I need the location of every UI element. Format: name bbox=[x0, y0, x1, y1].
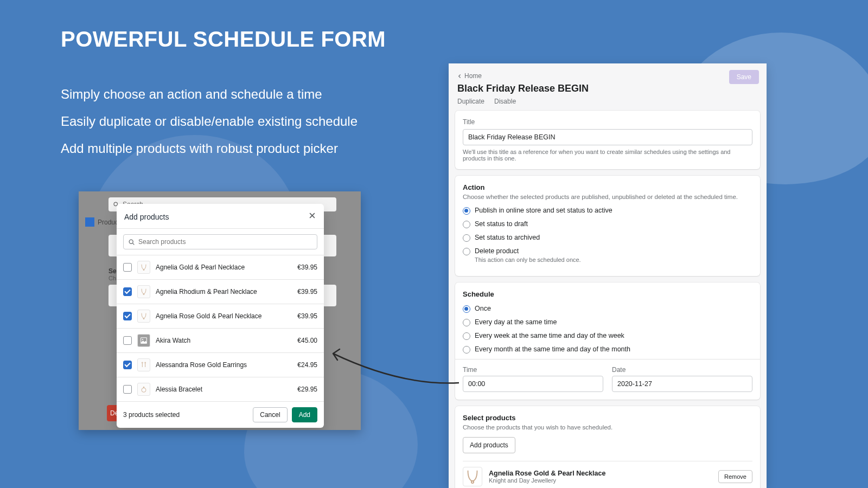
action-radio-publish[interactable] bbox=[463, 207, 470, 215]
schedule-radio-weekly[interactable] bbox=[463, 332, 470, 340]
picker-backdrop: Search Product Se Ch De Add products Agn… bbox=[79, 191, 361, 430]
date-input[interactable] bbox=[612, 376, 752, 392]
product-price: €39.95 bbox=[297, 312, 317, 320]
svg-point-7 bbox=[143, 294, 144, 295]
title-helper: We'll use this title as a reference for … bbox=[463, 149, 752, 162]
schedule-form-panel: Save Home Black Friday Release BEGIN Dup… bbox=[449, 63, 767, 488]
product-name: Akira Watch bbox=[156, 337, 292, 344]
schedule-card: Schedule Once Every day at the same time… bbox=[455, 282, 760, 400]
product-thumb bbox=[137, 285, 150, 298]
product-thumb bbox=[137, 383, 150, 396]
time-input[interactable] bbox=[463, 376, 603, 392]
product-row[interactable]: Akira Watch €45.00 bbox=[117, 329, 324, 353]
product-row[interactable]: Alessandra Rose Gold Earrings €24.95 bbox=[117, 353, 324, 377]
search-icon bbox=[128, 239, 135, 246]
product-row[interactable]: Agnelia Gold & Pearl Necklace €39.95 bbox=[117, 255, 324, 280]
schedule-radio-once[interactable] bbox=[463, 305, 470, 313]
product-picker-modal: Add products Agnelia Gold & Pearl Neckla… bbox=[117, 204, 324, 428]
action-radio-delete[interactable] bbox=[463, 248, 470, 255]
hero-point-1: Simply choose an action and schedule a t… bbox=[61, 87, 358, 102]
hero-point-3: Add multiple products with robust produc… bbox=[61, 141, 358, 156]
svg-point-17 bbox=[471, 481, 474, 483]
product-name: Alessia Bracelet bbox=[156, 386, 292, 393]
select-products-title: Select products bbox=[463, 414, 752, 422]
selected-count: 3 products selected bbox=[123, 411, 248, 419]
modal-title: Add products bbox=[124, 213, 169, 221]
product-checkbox[interactable] bbox=[123, 287, 132, 296]
product-checkbox[interactable] bbox=[123, 361, 132, 369]
product-row[interactable]: Agnelia Rhodium & Pearl Necklace €39.95 bbox=[117, 280, 324, 304]
remove-button[interactable]: Remove bbox=[718, 470, 752, 483]
date-label: Date bbox=[612, 366, 752, 374]
hero-point-2: Easily duplicate or disable/enable exist… bbox=[61, 114, 358, 129]
product-price: €24.95 bbox=[297, 361, 317, 369]
hero-title: POWERFUL SCHEDULE FORM bbox=[61, 27, 386, 52]
select-products-subtitle: Choose the products that you wish to hav… bbox=[463, 424, 752, 431]
app-logo bbox=[85, 217, 94, 227]
product-thumb bbox=[137, 334, 150, 347]
svg-line-5 bbox=[132, 243, 134, 245]
disable-link[interactable]: Disable bbox=[494, 98, 516, 105]
chevron-left-icon bbox=[457, 74, 462, 79]
action-title: Action bbox=[463, 183, 752, 191]
product-name: Alessandra Rose Gold Earrings bbox=[156, 361, 292, 369]
title-card: Title We'll use this title as a referenc… bbox=[455, 111, 760, 169]
product-thumb bbox=[463, 467, 482, 486]
svg-point-6 bbox=[143, 269, 144, 271]
title-input[interactable] bbox=[463, 129, 752, 145]
add-button[interactable]: Add bbox=[292, 407, 317, 422]
action-card: Action Choose whether the selected produ… bbox=[455, 176, 760, 276]
schedule-title: Schedule bbox=[463, 290, 752, 298]
product-row[interactable]: Agnelia Rose Gold & Pearl Necklace €39.9… bbox=[117, 304, 324, 329]
product-price: €29.95 bbox=[297, 386, 317, 393]
svg-point-13 bbox=[145, 362, 146, 363]
action-subtitle: Choose whether the selected products are… bbox=[463, 194, 752, 200]
product-name: Agnelia Rose Gold & Pearl Necklace bbox=[156, 312, 292, 320]
add-products-button[interactable]: Add products bbox=[463, 437, 515, 453]
product-thumb bbox=[137, 261, 150, 274]
svg-point-8 bbox=[143, 318, 144, 319]
hero-points: Simply choose an action and schedule a t… bbox=[61, 87, 358, 168]
cancel-button[interactable]: Cancel bbox=[253, 407, 287, 422]
select-products-card: Select products Choose the products that… bbox=[455, 406, 760, 488]
product-thumb bbox=[137, 358, 150, 371]
product-row[interactable]: Alessia Bracelet €29.95 bbox=[117, 377, 324, 402]
product-name: Agnelia Rhodium & Pearl Necklace bbox=[156, 288, 292, 296]
action-radio-draft[interactable] bbox=[463, 221, 470, 228]
schedule-radio-monthly[interactable] bbox=[463, 346, 470, 354]
product-price: €39.95 bbox=[297, 264, 317, 271]
title-label: Title bbox=[463, 118, 752, 126]
product-checkbox[interactable] bbox=[123, 385, 132, 394]
product-checkbox[interactable] bbox=[123, 336, 132, 345]
product-checkbox[interactable] bbox=[123, 312, 132, 320]
svg-point-4 bbox=[129, 240, 133, 243]
svg-point-15 bbox=[142, 388, 146, 392]
product-name: Agnelia Gold & Pearl Necklace bbox=[156, 264, 292, 271]
selected-product-name: Agnelia Rose Gold & Pearl Necklace bbox=[489, 470, 712, 477]
action-radio-archived[interactable] bbox=[463, 234, 470, 242]
svg-point-16 bbox=[143, 387, 144, 388]
selected-product-vendor: Knight and Day Jewellery bbox=[489, 477, 712, 484]
schedule-radio-daily[interactable] bbox=[463, 319, 470, 326]
product-price: €45.00 bbox=[297, 337, 317, 344]
svg-point-10 bbox=[142, 339, 143, 340]
search-products-input[interactable] bbox=[123, 234, 317, 249]
product-price: €39.95 bbox=[297, 288, 317, 296]
selected-product-row: Agnelia Rose Gold & Pearl Necklace Knigh… bbox=[463, 461, 752, 488]
svg-point-11 bbox=[142, 362, 143, 363]
save-button[interactable]: Save bbox=[729, 70, 759, 84]
close-icon[interactable] bbox=[308, 211, 316, 222]
page-title: Black Friday Release BEGIN bbox=[457, 83, 589, 94]
breadcrumb-home[interactable]: Home bbox=[457, 72, 758, 80]
product-checkbox[interactable] bbox=[123, 263, 132, 272]
duplicate-link[interactable]: Duplicate bbox=[457, 98, 484, 105]
product-thumb bbox=[137, 310, 150, 323]
time-label: Time bbox=[463, 366, 603, 374]
